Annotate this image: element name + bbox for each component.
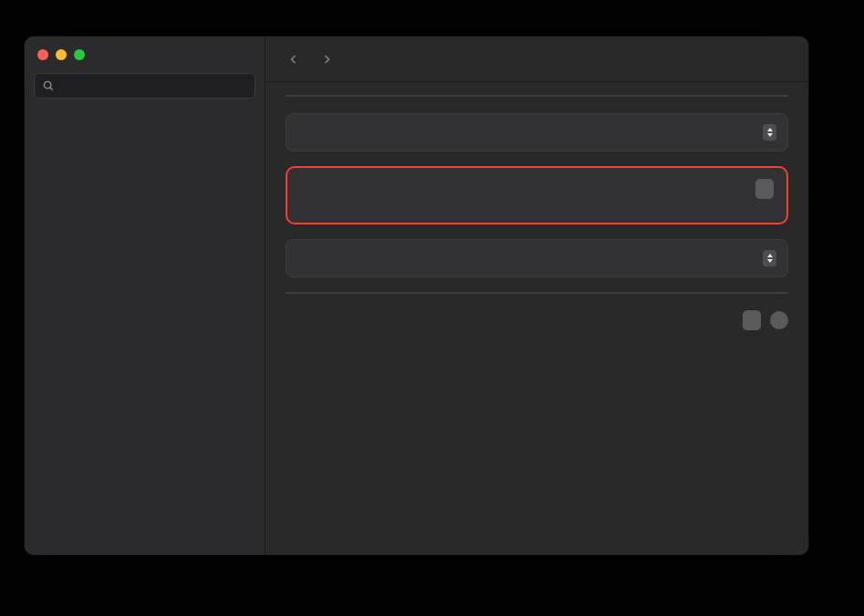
back-button[interactable] [284, 49, 304, 69]
window-controls [25, 37, 265, 73]
content-header [265, 37, 808, 82]
search-input[interactable] [60, 79, 247, 93]
svg-point-0 [44, 81, 51, 89]
sidebar [25, 37, 265, 555]
updown-icon[interactable] [763, 250, 776, 266]
chevron-right-icon [321, 53, 332, 66]
forward-button[interactable] [317, 49, 337, 69]
close-icon[interactable] [37, 49, 48, 60]
security-rows-group [286, 292, 788, 294]
sidebar-nav [25, 108, 265, 555]
privacy-top-group [286, 95, 788, 97]
updown-icon[interactable] [763, 124, 776, 141]
open-anyway-button[interactable] [755, 179, 774, 199]
allow-apps-row[interactable] [286, 113, 788, 151]
allow-accessories-row[interactable] [286, 239, 788, 277]
chevron-left-icon [288, 53, 299, 66]
svg-line-1 [50, 88, 53, 90]
search-icon [42, 79, 55, 92]
content-footer [286, 310, 788, 330]
maximize-icon[interactable] [74, 49, 85, 60]
help-button[interactable] [770, 311, 788, 329]
settings-window [25, 37, 808, 555]
content-scroll [265, 82, 808, 555]
content-pane [265, 37, 808, 555]
search-field[interactable] [34, 73, 255, 99]
minimize-icon[interactable] [56, 49, 67, 60]
blocked-app-alert [286, 166, 788, 224]
advanced-button[interactable] [743, 310, 761, 330]
